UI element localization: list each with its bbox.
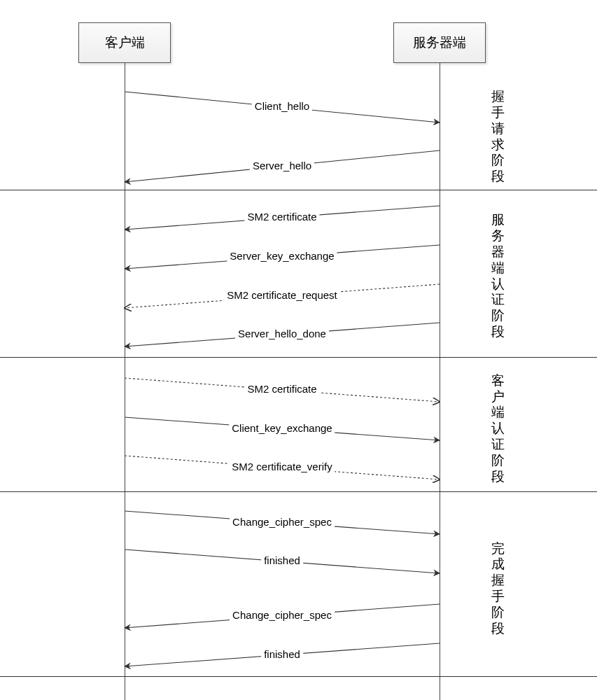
phase-label: 服务器端认证阶段 <box>490 206 505 346</box>
phase-label: 完成握手阶段 <box>490 511 505 666</box>
message-label: finished <box>261 648 303 660</box>
message-label: Client_key_exchange <box>229 422 335 434</box>
participant-client: 客户端 <box>78 22 171 63</box>
phase-label: 客户端认证阶段 <box>490 378 505 479</box>
message-label: SM2 certificate_verify <box>229 461 335 472</box>
participant-server: 服务器端 <box>393 22 486 63</box>
message-label: SM2 certificate_request <box>224 289 340 301</box>
message-label: SM2 certificate <box>244 383 319 395</box>
message-label: Server_hello_done <box>235 328 329 340</box>
message-label: Server_hello <box>250 160 314 172</box>
participant-server-label: 服务器端 <box>413 34 466 52</box>
phase-separator <box>0 190 597 190</box>
lifeline-server <box>440 63 440 700</box>
message-label: Change_cipher_spec <box>230 609 335 621</box>
phase-separator <box>0 491 597 492</box>
participant-client-label: 客户端 <box>105 34 145 52</box>
lifeline-client <box>125 63 125 700</box>
message-label: Change_cipher_spec <box>230 516 335 528</box>
phase-label: 握手请求阶段 <box>490 92 505 182</box>
message-label: SM2 certificate <box>244 211 319 223</box>
phase-separator <box>0 676 597 677</box>
message-label: Server_key_exchange <box>227 250 337 262</box>
message-label: finished <box>261 554 303 566</box>
message-label: Client_hello <box>252 100 312 112</box>
phase-separator <box>0 357 597 358</box>
